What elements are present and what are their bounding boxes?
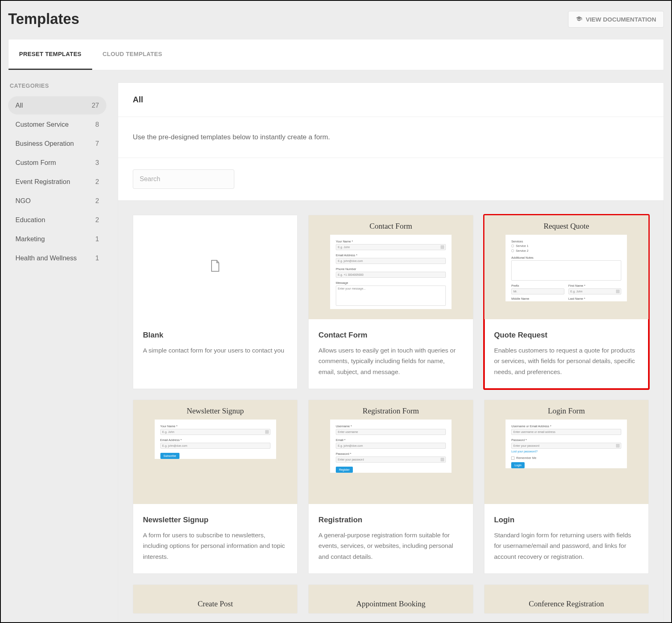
category-label: Customer Service	[15, 121, 69, 128]
category-ngo[interactable]: NGO 2	[8, 192, 106, 210]
pv-ph: E.g. john@doe.com	[338, 260, 363, 262]
tabs-bar: PRESET TEMPLATES CLOUD TEMPLATES	[8, 39, 664, 70]
template-card-quote-request[interactable]: Request Quote Services Service 1 Service…	[484, 215, 649, 389]
pv-check-label: Remember Me	[516, 456, 536, 460]
category-count: 8	[95, 121, 99, 128]
tab-preset-templates[interactable]: PRESET TEMPLATES	[9, 39, 92, 70]
document-icon	[210, 260, 220, 275]
pv-label: Middle Name	[511, 297, 564, 301]
category-customer-service[interactable]: Customer Service 8	[8, 115, 106, 134]
pv-opt: Service 2	[516, 249, 528, 253]
pv-label: Additional Notes	[511, 256, 621, 260]
preview-title: Create Post	[198, 599, 233, 608]
card-desc: Enables customers to request a quote for…	[494, 345, 639, 377]
pv-label: Password *	[336, 452, 446, 456]
pv-label: Password *	[511, 438, 621, 442]
template-card-create-post[interactable]: Create Post	[133, 584, 298, 614]
preview-title: Appointment Booking	[356, 599, 425, 608]
card-title: Newsletter Signup	[143, 515, 287, 524]
pv-label: Services	[511, 240, 621, 243]
pv-ph: E.g. John	[570, 290, 583, 293]
pv-button: Register	[336, 467, 353, 473]
preview-title: Newsletter Signup	[187, 407, 244, 415]
pv-label: Your Name *	[160, 424, 270, 428]
view-documentation-button[interactable]: VIEW DOCUMENTATION	[568, 11, 664, 28]
category-event-registration[interactable]: Event Registration 2	[8, 173, 106, 191]
category-label: Business Operation	[15, 140, 74, 147]
preview-title: Registration Form	[363, 407, 419, 415]
template-card-registration[interactable]: Registration Form Username *Enter userna…	[308, 400, 473, 574]
category-education[interactable]: Education 2	[8, 211, 106, 229]
search-input[interactable]	[133, 169, 234, 189]
card-title: Registration	[318, 515, 463, 524]
category-marketing[interactable]: Marketing 1	[8, 230, 106, 248]
category-count: 2	[95, 178, 99, 186]
template-card-conference-registration[interactable]: Conference Registration	[484, 584, 649, 614]
pv-label: Email Address *	[336, 253, 446, 257]
card-desc: Allows users to easily get in touch with…	[318, 345, 463, 377]
template-card-login[interactable]: Login Form Username or Email Address *En…	[484, 400, 649, 574]
categories-sidebar: CATEGORIES All 27 Customer Service 8 Bus…	[8, 82, 106, 623]
category-count: 1	[95, 254, 99, 262]
template-card-newsletter-signup[interactable]: Newsletter Signup Your Name *E.g. John E…	[133, 400, 298, 574]
category-count: 2	[95, 216, 99, 224]
preview-title: Login Form	[548, 407, 585, 415]
graduation-cap-icon	[576, 15, 582, 23]
card-title: Contact Form	[318, 331, 463, 340]
preview-title: Contact Form	[369, 222, 412, 231]
pv-label: Phone Number	[336, 267, 446, 271]
pv-label: Prefix	[511, 284, 564, 288]
category-label: Health and Wellness	[15, 254, 77, 262]
category-all[interactable]: All 27	[8, 96, 106, 115]
category-count: 1	[95, 235, 99, 243]
pv-label: First Name *	[568, 284, 622, 288]
pv-label: Username or Email Address *	[511, 424, 621, 428]
pv-link: Lost your password?	[511, 450, 621, 453]
template-card-contact-form[interactable]: Contact Form Your Name *E.g. John Email …	[308, 215, 473, 389]
pv-ph: E.g. +1 3004005000	[338, 273, 363, 276]
category-label: Marketing	[15, 235, 45, 243]
category-label: All	[15, 102, 23, 109]
pv-ph: E.g. John	[338, 246, 350, 249]
pv-ph: Enter your password	[513, 444, 539, 447]
preview-login: Login Form Username or Email Address *En…	[484, 400, 648, 504]
pv-ph: E.g. John	[162, 430, 175, 433]
pv-label: Message	[336, 281, 446, 285]
doc-button-label: VIEW DOCUMENTATION	[586, 16, 656, 23]
category-count: 27	[92, 102, 99, 109]
pv-button: Login	[511, 462, 525, 468]
pv-label: Your Name *	[336, 240, 446, 243]
pv-opt: Service 1	[516, 244, 528, 248]
pv-ph: Enter your password	[338, 458, 364, 461]
pv-button: Subscribe	[160, 453, 179, 459]
preview-newsletter: Newsletter Signup Your Name *E.g. John E…	[133, 400, 297, 504]
page-title: Templates	[8, 11, 79, 28]
pv-ph: Enter username	[338, 430, 358, 433]
pv-label: Email Address *	[160, 438, 270, 442]
card-title: Quote Request	[494, 331, 639, 340]
pv-label: Last Name *	[568, 297, 622, 301]
card-desc: A simple contact form for your users to …	[143, 345, 287, 356]
template-card-appointment-booking[interactable]: Appointment Booking	[308, 584, 473, 614]
category-label: NGO	[15, 197, 31, 205]
preview-contact: Contact Form Your Name *E.g. John Email …	[309, 215, 473, 319]
preview-registration: Registration Form Username *Enter userna…	[309, 400, 473, 504]
preview-conference: Conference Registration	[484, 585, 648, 613]
template-card-blank[interactable]: Blank A simple contact form for your use…	[133, 215, 298, 389]
category-count: 7	[95, 140, 99, 147]
preview-create-post: Create Post	[133, 585, 297, 613]
preview-blank	[133, 215, 297, 319]
pv-label: Email *	[336, 438, 446, 442]
card-desc: A general-purpose registration form suit…	[318, 530, 463, 562]
sidebar-title: CATEGORIES	[8, 82, 106, 89]
tab-cloud-templates[interactable]: CLOUD TEMPLATES	[92, 39, 173, 70]
card-desc: Standard login form for returning users …	[494, 530, 639, 562]
pv-val: Mr.	[513, 290, 517, 293]
category-custom-form[interactable]: Custom Form 3	[8, 154, 106, 172]
pv-ph: E.g. john@doe.com	[338, 444, 363, 447]
main-heading: All	[118, 83, 663, 117]
category-business-operation[interactable]: Business Operation 7	[8, 134, 106, 153]
category-health-wellness[interactable]: Health and Wellness 1	[8, 249, 106, 267]
pv-ph: Enter username or email address	[513, 430, 555, 433]
preview-quote: Request Quote Services Service 1 Service…	[484, 215, 648, 319]
